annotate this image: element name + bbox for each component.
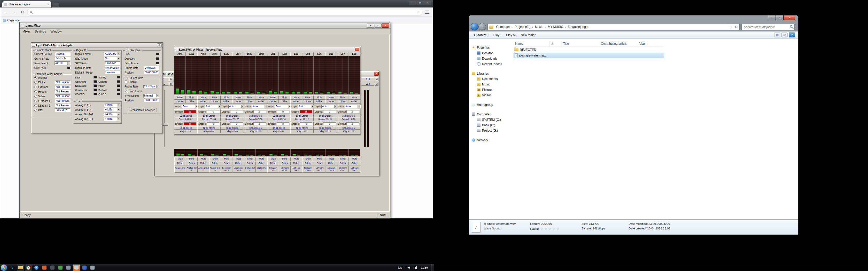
help-icon[interactable]: ? [789,33,795,37]
mute-button-ain2[interactable]: Mute [186,96,197,100]
radio-internal[interactable] [34,76,37,79]
mute-button-ain1[interactable]: Mute [174,96,186,100]
dither-button-ls2[interactable]: Dither [279,100,290,103]
play-pair-button[interactable]: Play 05+06 [221,130,244,133]
record-pair-button[interactable]: Record 13+14 [314,117,337,121]
recordplay-titlebar[interactable]: LynxTWO-A Mixer - Record/Play × [174,47,360,52]
mute-button-ls3[interactable]: Mute [290,96,302,100]
depth-combo[interactable]: Auto▾ [182,105,198,108]
dither-button-lbr[interactable]: Dither [232,100,244,103]
mute-button-ls1[interactable]: Mute [267,96,279,100]
checkbox-enable[interactable] [125,80,127,83]
back-button[interactable]: ← [2,9,9,15]
nav-bank-d[interactable]: Bank (D:) [469,122,513,128]
address-dropdown-icon[interactable]: ▾ [729,26,733,28]
recalibrate-converter-button[interactable]: Recalibrate Converter [128,108,156,112]
nav-network[interactable]: Network [469,137,513,143]
refresh-button[interactable]: ↻ [19,9,26,15]
depth-combo[interactable]: Auto▾ [298,105,314,108]
adapter-close-button[interactable]: × [157,43,162,47]
output-mute-button-5[interactable]: Mute [221,157,232,161]
radio-video[interactable] [34,95,37,98]
record-pair-button[interactable]: Record 15+16 [337,117,360,121]
nav-music[interactable]: ♪Music [469,81,513,87]
mute-button-dinl[interactable]: Mute [244,96,255,100]
taskbar-app-orange[interactable] [41,265,48,271]
combo-frame-rate[interactable]: 29.97 fps▾ [144,84,159,88]
source-mute-toggle[interactable]: M [375,77,378,81]
column-header-title[interactable]: Title [562,41,599,47]
new-tab-button[interactable] [53,3,59,7]
dither-button-ain1[interactable]: Dither [174,100,186,103]
output-dither-button-11[interactable]: Dither [291,162,302,165]
combo-rate-select[interactable]: 44100▾ [55,61,70,65]
search-input[interactable] [742,24,795,30]
column-header-num[interactable]: # [550,41,562,47]
menu-mixer[interactable]: Mixer [20,29,32,34]
mute-button-dinr[interactable]: Mute [255,96,267,100]
play-pair-button[interactable]: Play 15+16 [337,130,360,133]
combo-src-mode[interactable]: On▾ [104,57,120,60]
explorer-back-button[interactable]: ← [471,23,478,30]
play-button[interactable]: Play▾ [491,32,504,38]
play-pair-button[interactable]: Play 07+08 [244,130,267,133]
play-all-button[interactable]: Play all [504,32,519,38]
record-pair-button[interactable]: Record 11+12 [290,117,314,121]
combo-analog-in-1-2[interactable]: +4dBu▾ [104,103,120,107]
forward-button[interactable]: → [10,9,17,15]
output-mute-button-6[interactable]: Mute [232,157,244,161]
output-dither-button-1[interactable]: Dither [175,162,186,165]
radio-digital[interactable] [34,81,37,83]
radio-external[interactable] [34,86,37,88]
taskbar-clock[interactable]: 21:39 [420,266,429,269]
taskbar-app-blue[interactable] [81,265,88,271]
breadcrumb-project-g[interactable]: Project (G:) [513,24,532,30]
mute-button-ain4[interactable]: Mute [209,96,221,100]
column-header-album[interactable]: Album [637,41,664,47]
change-view-icon[interactable]: ▦ [774,33,780,37]
depth-combo[interactable]: Auto▾ [321,105,337,108]
organize-button[interactable]: Organize▾ [472,32,491,38]
taskbar-app-gray[interactable] [89,265,96,271]
preview-pane-icon[interactable]: ◫ [781,33,788,37]
combo-digital-format[interactable]: AES/EBU▾ [104,52,120,56]
depth-combo[interactable]: Auto▾ [228,105,244,108]
record-pair-button[interactable]: Record 03+04 [197,117,221,121]
dither-button-dinr[interactable]: Dither [255,100,267,103]
depth-combo[interactable]: Auto▾ [252,105,268,108]
mixer-close-button[interactable]: × [382,23,389,28]
record-pair-button[interactable]: Record 05+06 [221,117,244,121]
output-mute-button-8[interactable]: Mute [256,157,268,161]
output-dither-button-4[interactable]: Dither [209,162,221,165]
mixer-minimize-button[interactable]: – [367,23,374,28]
breadcrumb-music[interactable]: Music [533,24,545,30]
output-mute-button-4[interactable]: Mute [209,157,221,161]
play-pair-button[interactable]: Play 13+14 [314,130,337,133]
browser-tab[interactable]: Новая вкладка × [2,1,52,7]
breadcrumb-my-music[interactable]: MY MUSIC [546,24,565,30]
mute-button-ls6[interactable]: Mute [325,96,337,100]
column-header-contributing-artists[interactable]: Contributing artists [599,41,637,47]
mute-button-ls8[interactable]: Mute [348,96,360,100]
search-box[interactable] [741,24,795,30]
volume-icon[interactable] [408,266,411,269]
radio-pci[interactable] [34,109,37,111]
record-pair-button[interactable]: Record 07+08 [244,117,267,121]
language-indicator[interactable]: EN [398,266,402,269]
output-mute-button-14[interactable]: Mute [326,157,337,161]
refresh-icon[interactable]: ↻ [733,25,739,29]
explorer-maximize-button[interactable]: □ [776,15,783,21]
new-folder-button[interactable]: New folder [519,32,538,38]
play-pair-button[interactable]: Play 03+04 [197,130,221,133]
dither-button-ain3[interactable]: Dither [197,100,209,103]
dither-button-ls3[interactable]: Dither [290,100,302,103]
taskbar-lynx-mixer[interactable] [73,265,80,271]
rating-stars-icon[interactable]: ☆ ☆ ☆ ☆ ☆ [540,227,559,230]
output-dither-button-5[interactable]: Dither [221,162,232,165]
output-dither-button-14[interactable]: Dither [326,162,337,165]
dither-button-ain4[interactable]: Dither [209,100,221,103]
output-dither-button-3[interactable]: Dither [197,162,209,165]
taskbar-app-slate[interactable] [65,265,72,271]
nav-system-c[interactable]: SYSTEM (C:) [469,117,513,122]
dither-button-ls4[interactable]: Dither [302,100,314,103]
